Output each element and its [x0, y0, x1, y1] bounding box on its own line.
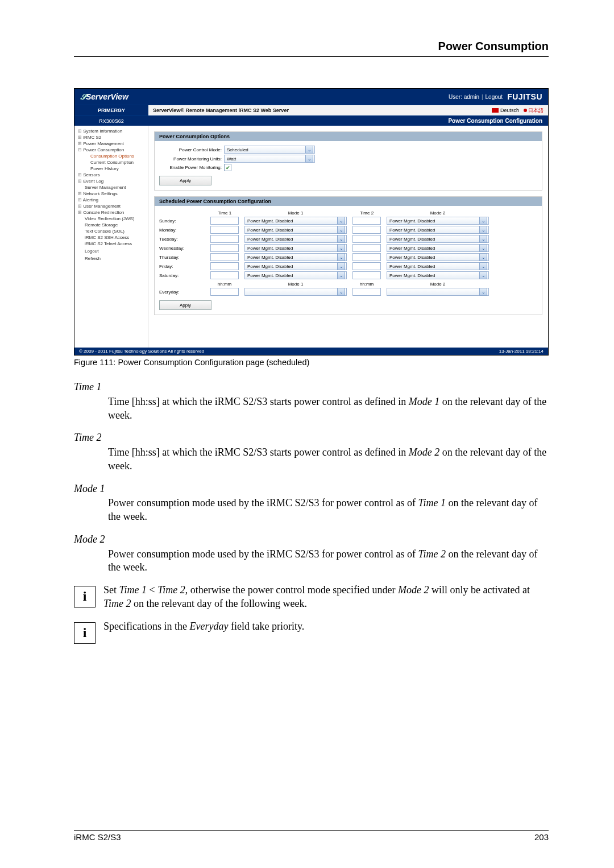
time1-input[interactable]	[210, 244, 239, 252]
term-mode1: Mode 1	[74, 482, 549, 496]
time1-input[interactable]	[210, 271, 239, 279]
desc-mode1: Power consumption mode used by the iRMC …	[108, 497, 549, 524]
mode1-select[interactable]: Power Mgmt. Disabled⌄	[244, 235, 347, 243]
everyday-mode2-select[interactable]: ⌄	[387, 288, 489, 296]
chevron-down-icon: ⌄	[337, 262, 345, 270]
nav-item[interactable]: Logout	[78, 248, 148, 254]
fig-top-right: User: admin | Logout FUJITSU	[449, 92, 542, 101]
serverview-logo: 𝒮ServerView	[80, 92, 128, 102]
mode1-select[interactable]: Power Mgmt. Disabled⌄	[244, 253, 347, 261]
desc-mode2: Power consumption mode used by the iRMC …	[108, 548, 549, 575]
nav-item[interactable]: Refresh	[78, 255, 148, 262]
serverview-brand: ServerView	[86, 92, 128, 101]
mode2-select[interactable]: Power Mgmt. Disabled⌄	[387, 262, 489, 270]
enable-monitoring-checkbox[interactable]: ✔	[224, 164, 231, 171]
apply-button[interactable]: Apply	[159, 176, 211, 185]
figure-screenshot: 𝒮ServerView User: admin | Logout FUJITSU…	[74, 88, 549, 356]
info-text-2: Specifications in the Everyday field tak…	[103, 620, 304, 634]
nav-item[interactable]: iRMC S2 SSH Access	[78, 234, 148, 241]
mode2-select[interactable]: Power Mgmt. Disabled⌄	[387, 235, 489, 243]
footer-page: 203	[534, 832, 549, 842]
nav-item[interactable]: Power Management	[78, 140, 148, 147]
day-label: Wednesday:	[159, 246, 205, 251]
nav-item[interactable]: Remote Storage	[78, 222, 148, 228]
subheader-product: PRIMERGY	[74, 105, 148, 115]
nav-item[interactable]: Power History	[78, 166, 148, 172]
col-hhmm-1: hh:mm	[210, 282, 239, 287]
time2-input[interactable]	[352, 217, 381, 225]
nav-item[interactable]: Console Redirection	[78, 209, 148, 216]
nav-item[interactable]: System Information	[78, 128, 148, 134]
lang-jp-link[interactable]: 日本語	[528, 107, 544, 114]
chevron-down-icon: ⌄	[479, 262, 487, 270]
nav-item[interactable]: Current Consumption	[78, 159, 148, 166]
mode2-select[interactable]: Power Mgmt. Disabled⌄	[387, 271, 489, 279]
nav-item[interactable]: Text Console (SOL)	[78, 228, 148, 234]
everyday-time1-input[interactable]	[210, 288, 239, 296]
sched-row-everyday: Everyday: ⌄ ⌄	[159, 288, 537, 296]
time2-input[interactable]	[352, 235, 381, 243]
mode1-select[interactable]: Power Mgmt. Disabled⌄	[244, 244, 347, 252]
figure-caption: Figure 111: Power Consumption Configurat…	[74, 358, 549, 367]
chevron-down-icon: ⌄	[337, 271, 345, 279]
mode1-select[interactable]: Power Mgmt. Disabled⌄	[244, 217, 347, 225]
mode2-select[interactable]: Power Mgmt. Disabled⌄	[387, 226, 489, 234]
everyday-mode1-select[interactable]: ⌄	[244, 288, 347, 296]
col-mode2b: Mode 2	[387, 282, 489, 287]
nav-item[interactable]: Alerting	[78, 197, 148, 203]
mode2-select[interactable]: Power Mgmt. Disabled⌄	[387, 253, 489, 261]
time1-input[interactable]	[210, 226, 239, 234]
chevron-down-icon: ⌄	[305, 155, 313, 163]
col-time2: Time 2	[352, 210, 381, 216]
chevron-down-icon: ⌄	[479, 288, 487, 296]
mode1-select[interactable]: Power Mgmt. Disabled⌄	[244, 271, 347, 279]
everyday-time2-input[interactable]	[352, 288, 381, 296]
time1-input[interactable]	[210, 217, 239, 225]
day-label: Friday:	[159, 264, 205, 269]
mode1-select[interactable]: Power Mgmt. Disabled⌄	[244, 226, 347, 234]
col-mode2: Mode 2	[387, 210, 489, 216]
power-units-value: Watt	[227, 156, 236, 162]
lang-de-link[interactable]: Deutsch	[500, 108, 519, 113]
day-label: Sunday:	[159, 218, 205, 224]
term-time2: Time 2	[74, 431, 549, 445]
nav-item[interactable]: iRMC S2 Telnet Access	[78, 241, 148, 247]
sched-row: Tuesday:Power Mgmt. Disabled⌄Power Mgmt.…	[159, 235, 537, 243]
flag-icon-jp	[524, 109, 527, 112]
mode2-select[interactable]: Power Mgmt. Disabled⌄	[387, 217, 489, 225]
power-control-mode-select[interactable]: Scheduled ⌄	[224, 146, 315, 154]
nav-item[interactable]: Server Management	[78, 184, 148, 191]
time2-input[interactable]	[352, 226, 381, 234]
time1-input[interactable]	[210, 253, 239, 261]
separator: |	[482, 94, 483, 100]
col-mode1b: Mode 1	[244, 282, 347, 287]
chevron-down-icon: ⌄	[337, 226, 345, 234]
nav-item[interactable]: Network Settings	[78, 191, 148, 197]
chevron-down-icon: ⌄	[479, 217, 487, 225]
time2-input[interactable]	[352, 271, 381, 279]
mode1-select[interactable]: Power Mgmt. Disabled⌄	[244, 262, 347, 270]
time1-input[interactable]	[210, 235, 239, 243]
day-label: Saturday:	[159, 273, 205, 278]
time2-input[interactable]	[352, 244, 381, 252]
nav-item[interactable]: Event Log	[78, 178, 148, 184]
logout-link[interactable]: Logout	[486, 94, 503, 100]
chevron-down-icon: ⌄	[479, 226, 487, 234]
term-mode2: Mode 2	[74, 533, 549, 547]
time2-input[interactable]	[352, 253, 381, 261]
nav-item[interactable]: Sensors	[78, 172, 148, 178]
chevron-down-icon: ⌄	[337, 235, 345, 243]
nav-item[interactable]: User Management	[78, 203, 148, 209]
nav-item[interactable]: Consumption Options	[78, 153, 148, 159]
power-units-select[interactable]: Watt ⌄	[224, 155, 315, 163]
nav-item[interactable]: iRMC S2	[78, 134, 148, 140]
nav-item[interactable]: Power Consumption	[78, 147, 148, 153]
mode2-select[interactable]: Power Mgmt. Disabled⌄	[387, 244, 489, 252]
time2-input[interactable]	[352, 262, 381, 270]
apply-button[interactable]: Apply	[159, 300, 211, 310]
power-units-label: Power Monitoring Units:	[159, 156, 224, 162]
everyday-label: Everyday:	[159, 290, 205, 295]
nav-item[interactable]: Video Redirection (JWS)	[78, 216, 148, 222]
time1-input[interactable]	[210, 262, 239, 270]
info-icon: i	[74, 586, 96, 607]
